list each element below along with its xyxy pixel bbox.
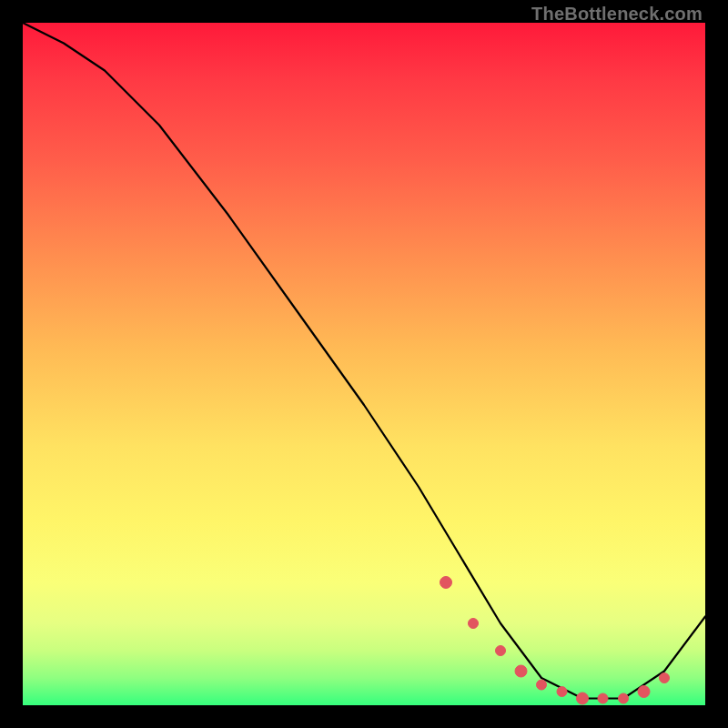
highlight-dot	[557, 687, 567, 697]
highlight-dot	[619, 693, 629, 703]
highlight-dot	[537, 680, 547, 690]
highlight-dot	[515, 665, 527, 677]
watermark-text: TheBottleneck.com	[531, 4, 703, 25]
highlight-dot	[440, 577, 452, 589]
highlight-dot	[577, 693, 589, 704]
gradient-plot-area	[23, 23, 705, 705]
chart-stage: TheBottleneck.com	[0, 0, 728, 728]
highlight-dot	[469, 619, 479, 629]
bottleneck-curve	[23, 23, 705, 699]
highlight-dot	[660, 673, 670, 683]
curve-layer	[23, 23, 705, 705]
highlight-dot	[496, 646, 506, 656]
highlight-dot	[638, 686, 650, 698]
highlight-dot	[598, 693, 608, 703]
